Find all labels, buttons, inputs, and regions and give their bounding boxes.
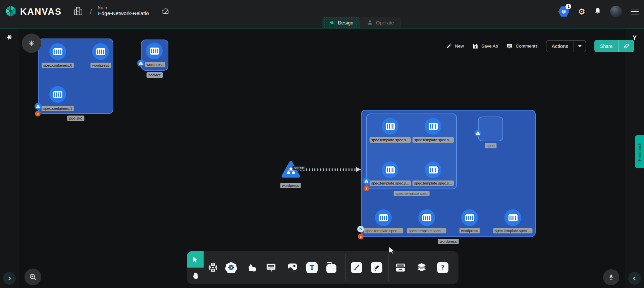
organization-icon[interactable] (73, 6, 83, 17)
node-label: spec.template.spec.s... (370, 137, 411, 143)
tab-operate[interactable]: Operate (360, 17, 401, 28)
kubernetes-context-button[interactable]: ☸ 1 (558, 6, 569, 17)
issue-count-badge[interactable]: 3 (358, 234, 364, 239)
design-canvas[interactable]: Y ✳ Feedback spec.containers.0 wordpress (0, 28, 644, 288)
image-tool[interactable] (285, 261, 300, 275)
help-icon: ? (437, 262, 448, 273)
kanvas-logo[interactable]: KANVAS (5, 5, 62, 19)
rectangle-node-tool[interactable] (325, 261, 339, 275)
deployment-badge-icon: ↻ (357, 226, 364, 232)
canvas-settings-button[interactable]: ✳ (22, 33, 41, 53)
node-deployment-container-2[interactable] (461, 209, 478, 226)
node-template-container-0[interactable] (382, 118, 398, 135)
node-label: spec.containers.0 (42, 63, 74, 68)
name-field-label: Name (98, 5, 155, 9)
mode-tabs: Design Operate (322, 17, 401, 28)
menu-hamburger-icon[interactable] (631, 9, 639, 15)
comments-label: Comments (516, 44, 538, 49)
toolbar-divider (388, 254, 389, 281)
group-label-pod-rcc: pod-rcc (147, 72, 163, 78)
text-tool[interactable]: T (305, 261, 319, 275)
service-label: wordpress (280, 183, 301, 188)
left-rail (0, 28, 19, 288)
group-pod-skd[interactable]: spec.containers.0 wordpress spec.contain… (38, 39, 113, 114)
group-spec-template-spec[interactable]: spec.template.spec.s... spec.template.sp… (366, 114, 457, 189)
container-icon (150, 48, 159, 55)
node-spec-containers-1[interactable] (49, 86, 66, 103)
node-wordpress-container[interactable] (146, 43, 163, 59)
components-tool[interactable] (206, 261, 220, 275)
drawer-tool[interactable] (393, 261, 408, 275)
expand-right-panel-button[interactable] (628, 272, 641, 285)
caret-down-icon (578, 45, 582, 47)
breadcrumb-separator: / (90, 7, 92, 16)
copy-link-button[interactable] (618, 40, 634, 52)
edge-service-to-deployment (299, 168, 358, 171)
group-label-pod-skd: pod-skd (67, 116, 84, 121)
container-icon (386, 123, 395, 130)
actions-dropdown-button[interactable]: Actions (546, 40, 586, 52)
toolbar-divider (204, 254, 204, 281)
container-icon (379, 214, 388, 221)
node-deployment-container-0[interactable] (375, 209, 392, 226)
node-wordpress-container[interactable] (92, 43, 109, 60)
node-spec-containers-0[interactable] (49, 43, 66, 60)
new-button[interactable]: New (446, 43, 464, 49)
node-deployment-container-1[interactable] (418, 209, 435, 226)
shapes-tool[interactable] (245, 261, 259, 275)
kanvas-app: KANVAS / Name (0, 0, 644, 288)
node-template-container-3[interactable] (425, 161, 441, 178)
node-template-container-1[interactable] (425, 118, 441, 135)
container-icon (53, 91, 62, 98)
group-pod-rcc[interactable]: wordpress pod-rcc (141, 40, 168, 71)
hand-pan-icon (191, 272, 199, 280)
group-spec[interactable]: spec (478, 117, 503, 141)
zoom-tool-button[interactable] (24, 269, 41, 285)
group-deployment-wordpress[interactable]: spec.template.spec.s... spec.template.sp… (361, 110, 536, 237)
actions-label: Actions (546, 43, 574, 49)
pan-tool[interactable] (187, 268, 204, 284)
drawer-archive-icon (395, 263, 406, 273)
actions-caret-button[interactable] (574, 41, 586, 52)
container-icon (96, 48, 105, 55)
pen-nib-icon (607, 273, 615, 281)
settings-gear-icon[interactable]: ⚙ (578, 8, 585, 16)
cursor-select-icon (192, 256, 199, 263)
layers-tool[interactable] (415, 261, 429, 275)
node-deployment-container-3[interactable] (504, 209, 521, 226)
pod-badge-icon (35, 103, 42, 110)
node-label: spec.template.spec.... (364, 228, 403, 233)
cloud-saved-icon (161, 7, 170, 16)
group-label-wordpress: wordpress (438, 239, 459, 244)
comment-icon (506, 43, 513, 49)
kubernetes-tool[interactable]: ☸ (224, 261, 238, 275)
designs-pinwheel-icon[interactable] (5, 33, 13, 43)
container-icon (508, 214, 518, 221)
shapes-icon (247, 263, 258, 273)
node-template-container-2[interactable] (382, 161, 398, 178)
issue-count-badge[interactable]: 3 (364, 186, 369, 191)
operate-tab-icon (367, 19, 373, 25)
toolbar-divider (244, 254, 244, 281)
pen-mode-button[interactable] (603, 269, 619, 285)
share-button[interactable]: Share (594, 40, 634, 52)
help-tool[interactable]: ? (436, 261, 450, 275)
notifications-bell-icon[interactable] (594, 7, 601, 16)
expand-left-panel-button[interactable] (3, 272, 16, 285)
design-name-input[interactable] (98, 10, 155, 18)
select-tool[interactable] (187, 251, 204, 268)
comments-button[interactable]: Comments (506, 43, 538, 49)
pencil-new-icon (446, 43, 452, 49)
issue-count-badge[interactable]: 2 (35, 111, 41, 117)
save-as-button[interactable]: Save As (472, 43, 498, 49)
user-avatar[interactable] (610, 6, 622, 17)
group-label-spec: spec (485, 143, 496, 148)
pen-path-tool[interactable] (350, 261, 364, 275)
freehand-draw-tool[interactable] (370, 261, 384, 275)
feedback-tab[interactable]: Feedback (635, 135, 644, 168)
comment-tool[interactable] (264, 261, 278, 275)
tab-design[interactable]: Design (322, 17, 360, 28)
pencil-scribble-icon (371, 262, 382, 273)
tab-operate-label: Operate (376, 20, 394, 25)
node-label: wordpress (145, 62, 165, 67)
